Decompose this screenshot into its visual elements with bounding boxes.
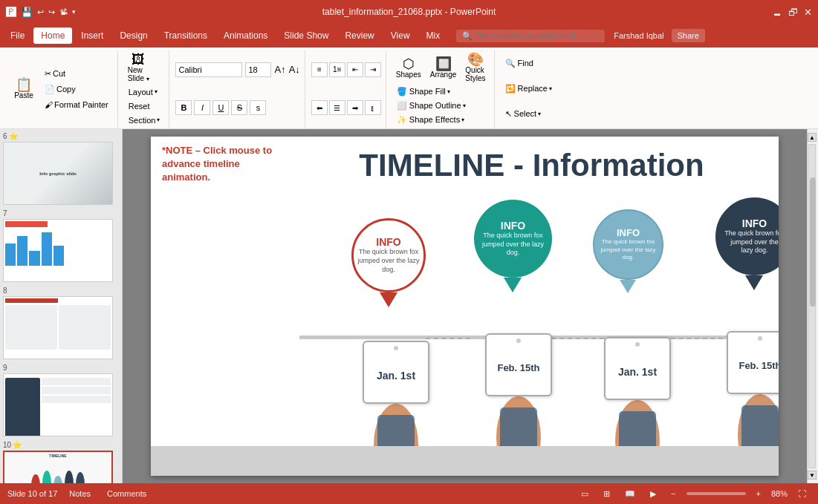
ribbon-search[interactable] [475, 31, 599, 40]
dashed-line-1 [426, 338, 470, 339]
menu-review[interactable]: Review [337, 27, 381, 44]
shape-effects-btn[interactable]: ✨ Shape Effects ▾ [392, 113, 469, 127]
font-size-increase[interactable]: A↑ [274, 64, 285, 75]
new-slide-icon: 🖼 [132, 53, 145, 66]
minimize-btn[interactable]: 🗕 [773, 7, 782, 18]
select-btn[interactable]: ↖ Select ▾ [501, 107, 546, 121]
zoom-slider[interactable] [686, 492, 746, 495]
slide-thumb-7[interactable]: 7 [3, 209, 119, 282]
replace-btn[interactable]: 🔁 Replace ▾ [501, 82, 556, 96]
view-slideshow-btn[interactable]: ▶ [646, 488, 660, 500]
quick-access-redo[interactable]: ↪ [48, 7, 55, 17]
zoom-in-btn[interactable]: + [752, 488, 765, 500]
zoom-out-btn[interactable]: − [666, 488, 680, 500]
drawing-row4: ✨ Shape Effects ▾ [392, 113, 469, 127]
search-icon: 🔍 [462, 31, 473, 41]
arrange-icon: 🔲 [435, 57, 452, 71]
copy-btn[interactable]: 📄 Copy [40, 82, 113, 96]
align-left[interactable]: ⬅ [311, 100, 328, 115]
paste-btn[interactable]: 📋 Paste [9, 76, 39, 102]
menu-home[interactable]: Home [33, 27, 72, 44]
ribbon-group-drawing: ⬡ Shapes 🔲 Arrange 🎨 QuickStyles 🪣 Shape… [388, 50, 495, 137]
section-btn[interactable]: Section ▾ [124, 114, 165, 127]
arrange-btn[interactable]: 🔲 Arrange [426, 55, 461, 81]
font-family-input[interactable] [175, 62, 242, 77]
strikethrough-btn[interactable]: S [231, 100, 247, 115]
menu-design[interactable]: Design [112, 27, 155, 44]
slide-thumb-6[interactable]: 6 ⭐ Info graphic slide [3, 132, 119, 205]
cut-btn[interactable]: ✂ Cut [40, 67, 113, 81]
pin-4-container: INFO The quick brown fox jumped over the… [715, 197, 779, 290]
slides-row1: 🖼 NewSlide ▾ [124, 50, 153, 85]
italic-btn[interactable]: I [194, 100, 210, 115]
view-normal-btn[interactable]: ▭ [577, 488, 593, 500]
shape-outline-btn[interactable]: ⬜ Shape Outline ▾ [392, 99, 470, 113]
menu-view[interactable]: View [383, 27, 418, 44]
dashed-line-3 [671, 338, 723, 339]
view-reading-btn[interactable]: 📖 [620, 488, 640, 500]
text-shadow-btn[interactable]: s [250, 100, 266, 115]
pin-1-text: The quick brown fox jumped over the lazy… [357, 248, 420, 274]
fit-window-btn[interactable]: ⛶ [793, 488, 811, 500]
increase-indent[interactable]: ⇥ [365, 62, 381, 77]
scroll-up-btn[interactable]: ▲ [808, 133, 817, 142]
columns-btn[interactable]: ⫿ [365, 100, 381, 115]
menu-file[interactable]: File [3, 27, 32, 44]
copy-icon: 📄 [45, 85, 55, 94]
slide-num-10: 10 ⭐ [3, 441, 119, 449]
pin-2-bubble: INFO The quick brown fox jumped over the… [474, 200, 552, 278]
quick-access-dropdown[interactable]: ▾ [72, 8, 76, 16]
font-size-decrease[interactable]: A↓ [289, 64, 300, 75]
reset-btn[interactable]: Reset [124, 99, 155, 113]
pin-1-label: INFO [376, 236, 400, 248]
pin-3-pointer [620, 280, 636, 293]
pin-2-pointer [504, 278, 522, 292]
shapes-btn[interactable]: ⬡ Shapes [392, 55, 425, 81]
quick-access-undo[interactable]: ↩ [37, 7, 44, 17]
align-right[interactable]: ➡ [347, 100, 363, 115]
new-slide-btn[interactable]: 🖼 NewSlide ▾ [124, 50, 153, 85]
font-size-input[interactable] [245, 62, 271, 77]
decrease-indent[interactable]: ⇤ [347, 62, 363, 77]
align-center[interactable]: ☰ [329, 100, 345, 115]
clipboard-row: 📋 Paste ✂ Cut 📄 Copy 🖌 Format Painter [9, 50, 113, 127]
editing-row3: ↖ Select ▾ [501, 102, 546, 127]
format-painter-btn[interactable]: 🖌 Format Painter [40, 98, 113, 111]
bullets-btn[interactable]: ≡ [311, 62, 328, 77]
notes-btn[interactable]: Notes [65, 488, 95, 500]
layout-btn[interactable]: Layout ▾ [124, 85, 162, 99]
slide-thumb-8[interactable]: 8 [3, 287, 119, 359]
para-row1: ≡ 1≡ ⇤ ⇥ [311, 50, 381, 89]
bold-btn[interactable]: B [175, 100, 192, 115]
comments-btn[interactable]: Comments [103, 488, 151, 500]
slide-preview-6: Info graphic slide [3, 142, 113, 205]
quick-styles-btn[interactable]: 🎨 QuickStyles [461, 50, 489, 85]
shape-fill-btn[interactable]: 🪣 Shape Fill ▾ [392, 85, 455, 99]
menu-slideshow[interactable]: Slide Show [276, 27, 336, 44]
slide-thumb-9[interactable]: 9 [3, 364, 119, 436]
pin-1-bubble: INFO The quick brown fox jumped over the… [351, 218, 426, 292]
dashed-line-2 [552, 338, 604, 339]
quick-access-save[interactable]: 💾 [21, 7, 33, 18]
slide-preview-8 [3, 296, 113, 359]
drawing-row1: ⬡ Shapes 🔲 Arrange 🎨 QuickStyles [392, 50, 490, 85]
editing-row1: 🔍 Find [501, 50, 538, 76]
menu-transitions[interactable]: Transitions [157, 27, 215, 44]
underline-btn[interactable]: U [212, 100, 229, 115]
menu-mix[interactable]: Mix [419, 27, 448, 44]
slide-thumb-10[interactable]: 10 ⭐ TIMELINE [3, 441, 119, 483]
quick-access-present[interactable]: 📽 [59, 7, 68, 16]
scroll-thumb[interactable] [810, 177, 816, 307]
numbering-btn[interactable]: 1≡ [329, 62, 345, 77]
share-btn[interactable]: Share [672, 29, 705, 42]
slide-bottom-bar [151, 446, 779, 476]
menu-animations[interactable]: Animations [216, 27, 275, 44]
menu-insert[interactable]: Insert [74, 27, 111, 44]
restore-btn[interactable]: 🗗 [788, 7, 798, 18]
view-sorter-btn[interactable]: ⊞ [599, 488, 614, 500]
close-btn[interactable]: ✕ [804, 7, 812, 18]
scroll-down-btn[interactable]: ▼ [808, 471, 817, 480]
find-btn[interactable]: 🔍 Find [501, 56, 538, 71]
pin-2-label: INFO [501, 220, 525, 232]
font-row2: B I U S s [175, 89, 266, 128]
